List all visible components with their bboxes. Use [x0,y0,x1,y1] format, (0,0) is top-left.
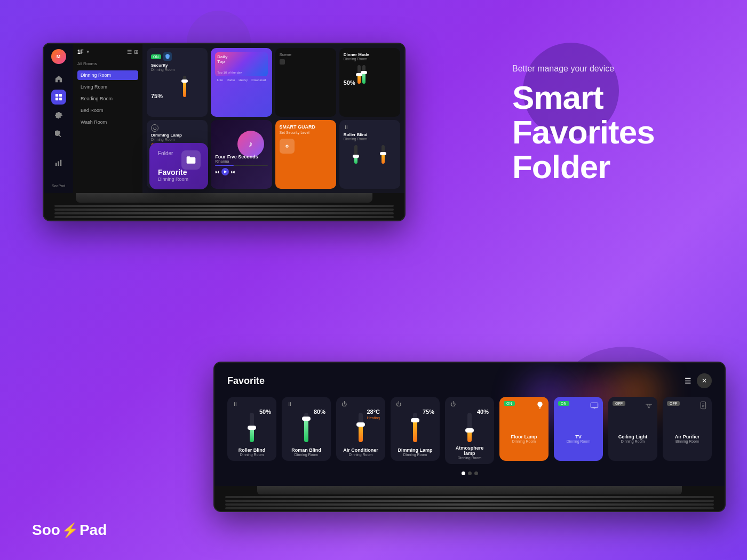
atm-device-name: Atmosphere lamp [450,445,489,456]
ceiling-icon [645,401,653,411]
daily-col2: Radio [227,78,235,82]
tv-bottom-body: Favorite ☰ ✕ ⏸ 50% Roller Bl [213,362,726,512]
dinner-slider1[interactable] [357,65,361,84]
fav-close-btn[interactable]: ✕ [697,373,712,388]
tv-device-room: Dinning Room [567,439,590,443]
dinner-name: Dinner Mode [344,52,396,57]
dimming-power-icon: ⏻ [396,401,401,407]
device-air-conditioner[interactable]: ⏻ 28°C Heating Air Conditioner Dinning R… [336,397,385,461]
device-atmosphere-lamp[interactable]: ⏻ 40% Atmosphere lamp Dinning Room [445,397,494,464]
fav-menu-icon[interactable]: ☰ [685,377,692,385]
roller-slider1[interactable] [354,145,357,164]
dot-3[interactable] [474,471,478,475]
user-avatar: M [51,49,66,64]
grid-icon: ⊞ [134,49,138,55]
music-progress[interactable] [215,165,267,166]
security-slider[interactable] [183,76,186,97]
widget-scene[interactable]: Scene [275,48,336,117]
dimming-name: Dimming Lamp [151,133,203,138]
floor-lamp-name: Floor Lamp [511,434,537,439]
prev-btn[interactable]: ⏮ [215,170,219,174]
favorite-controls: ☰ ✕ [685,373,712,388]
svg-rect-7 [591,403,598,407]
room-reading[interactable]: Reading Room [77,94,138,103]
widget-dinner[interactable]: Dinner Mode Dinning Room 50% [339,48,400,117]
sidebar-home-icon[interactable] [51,71,66,86]
guard-setting-btn[interactable] [280,139,295,154]
top-tv: M SooPad [43,43,406,221]
floor-selector[interactable]: 1F ▼ ☰ ⊞ [77,49,138,55]
dot-2[interactable] [468,471,472,475]
atm-device-room: Dinning Room [458,456,481,460]
headline-line2: Favorites [512,114,655,150]
security-status: ON [151,54,161,59]
tv-top-screen: M SooPad [44,44,404,193]
device-air-purifier[interactable]: OFF Air Purifier Binning Room [663,397,712,461]
folder-popup[interactable]: Folder Favorite Dinning Room [149,143,208,189]
widget-guard[interactable]: SMART GUARD Set Security Level [275,120,336,189]
room-wash[interactable]: Wash Room [77,117,138,127]
sidebar-grid-icon[interactable] [51,90,66,105]
dimming-slider-v[interactable] [413,413,417,442]
headline: Smart Favorites Folder [512,80,715,184]
svg-rect-2 [55,98,58,100]
dot-1[interactable] [462,471,465,475]
ac-slider-v[interactable] [359,413,363,442]
sidebar-gear-icon[interactable] [51,108,66,123]
device-floor-lamp[interactable]: ON Floor Lamp Dinning Room [499,397,549,461]
svg-rect-5 [58,161,59,166]
music-info: Four Five Seconds Rihanna ⏮ ▶ ⏭ [215,154,267,175]
roller-slider-v[interactable] [250,413,254,442]
headline-line3: Folder [512,148,610,185]
ac-power-icon: ⏻ [341,401,347,407]
roller-room: Dinning Room [344,137,396,141]
roller-slider2[interactable] [382,145,385,164]
room-bed[interactable]: Bed Room [77,106,138,115]
device-dimming-lamp[interactable]: ⏻ 75% Dimming Lamp Dinning Room [391,397,440,461]
device-tv[interactable]: ON TV Dinning Room [554,397,603,461]
rooms-panel: 1F ▼ ☰ ⊞ All Rooms Dinning Room Living R… [73,44,142,193]
room-living[interactable]: Living Room [77,82,138,92]
atm-slider-v[interactable] [467,413,472,442]
svg-rect-1 [59,94,61,97]
daily-col3: Heavy [239,78,248,82]
room-dinning[interactable]: Dinning Room [77,70,138,80]
promo-text: Better manage your device Smart Favorite… [512,64,715,184]
favorite-title: Favorite [227,375,265,387]
svg-rect-6 [60,159,61,165]
device-roller-blind[interactable]: ⏸ 50% Roller Blind Dinning Room [227,397,276,461]
ceiling-status: OFF [613,401,625,406]
tv-bottom-screen: Favorite ☰ ✕ ⏸ 50% Roller Bl [214,363,725,486]
play-btn[interactable]: ▶ [221,168,229,175]
dinner-room: Dinning Room [344,57,396,61]
ceiling-room: Dinning Room [621,439,645,443]
svg-rect-4 [55,163,57,166]
next-btn[interactable]: ⏭ [231,170,235,174]
dimming-power[interactable]: ⏻ [151,124,158,132]
daily-sub: Top 10 of the day [217,71,265,74]
widget-security[interactable]: ON Security Dinning Room 75% [147,48,208,117]
floor-lamp-icon [536,401,544,411]
tv-device-name: TV [575,434,582,439]
roman-slider-v[interactable] [304,413,308,442]
device-roman-blind[interactable]: ⏸ 80% Roman Blind Dinning Room [282,397,331,461]
brand-logo: Soo⚡Pad [32,522,107,539]
artist-image: ♪ [237,131,264,157]
widget-music[interactable]: ♪ Four Five Seconds Rihanna ⏮ ▶ ⏭ [211,120,272,189]
tv-device-status: ON [558,401,569,406]
purifier-name: Air Purifier [675,434,700,439]
music-progress-fill [215,165,233,166]
svg-rect-3 [59,98,61,100]
widget-daily-top[interactable]: DailyTop Top 10 of the day Like Radio He… [211,48,272,117]
daily-col4: Download [251,78,266,82]
device-ceiling-light[interactable]: OFF Ceiling Light Dinning Room [608,397,657,461]
atm-pct: 40% [477,409,489,415]
dimming-device-room: Dinning Room [403,453,427,457]
sidebar-search-icon[interactable] [51,126,66,141]
sidebar-chart-icon[interactable] [51,155,66,170]
floor-controls: ☰ ⊞ [127,49,138,55]
widget-roller[interactable]: ⏸ Roller Blind Dinning Room [339,120,400,189]
ac-device-name: Air Conditioner [343,447,378,453]
dimming-room: Dinning Room [151,138,203,141]
dinner-slider2[interactable] [362,65,365,84]
